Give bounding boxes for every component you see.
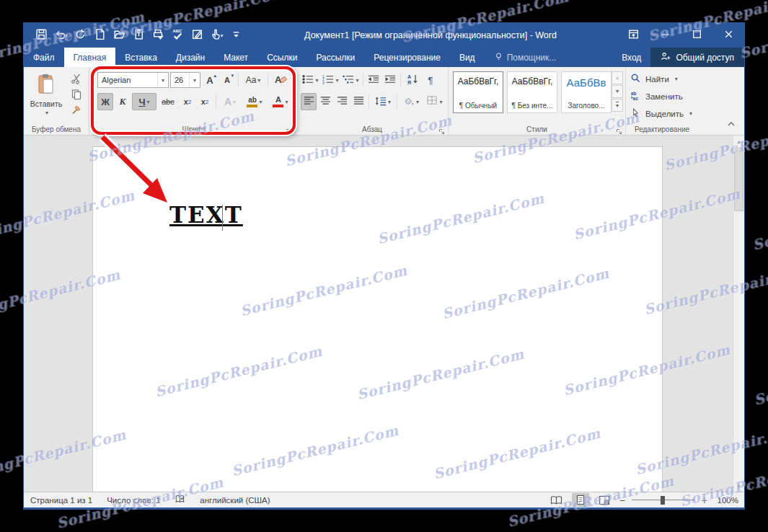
touch-mode-dropdown-icon[interactable]: ▾ [220, 32, 223, 39]
minimize-button[interactable] [649, 23, 681, 48]
shrink-font-button[interactable]: A▾ [219, 71, 235, 89]
font-color-dropdown-icon[interactable]: ▾ [285, 99, 288, 105]
font-size-combobox[interactable]: 26▾ [170, 72, 200, 88]
select-button[interactable]: Выделить ▾ [630, 107, 692, 120]
print-layout-button[interactable] [572, 493, 589, 507]
zoom-in-button[interactable]: + [702, 495, 707, 506]
paste-button[interactable]: Вставить ▾ [28, 71, 64, 118]
italic-button[interactable]: К [115, 93, 131, 110]
highlight-color-button[interactable]: ab▾ [242, 93, 267, 110]
shading-dropdown-icon[interactable]: ▾ [416, 99, 419, 105]
tab-review[interactable]: Рецензирование [364, 48, 450, 67]
align-left-button[interactable] [301, 93, 317, 110]
scrollbar-thumb[interactable] [734, 148, 743, 211]
attachment-button[interactable] [131, 27, 146, 43]
change-case-button[interactable]: Aa▾ [242, 71, 265, 89]
web-layout-button[interactable] [596, 493, 613, 507]
bold-button[interactable]: Ж [97, 93, 113, 110]
zoom-level[interactable]: 100% [714, 496, 738, 505]
scroll-down-button[interactable]: ▾ [733, 480, 744, 492]
highlight-dropdown-icon[interactable]: ▾ [259, 99, 262, 105]
increase-indent-button[interactable] [382, 71, 398, 89]
spelling-button[interactable]: ABC [170, 27, 185, 43]
grow-font-button[interactable]: A▴ [202, 71, 218, 89]
cut-button[interactable] [69, 73, 84, 87]
save-button[interactable] [34, 27, 49, 43]
text-effects-button[interactable]: A▾ [219, 93, 241, 110]
paragraph-dialog-launcher[interactable] [438, 125, 446, 133]
underline-button[interactable]: Ч▾ [132, 93, 156, 110]
line-spacing-dropdown-icon[interactable]: ▾ [388, 99, 391, 105]
proofing-status-button[interactable] [175, 494, 185, 506]
show-formatting-marks-button[interactable]: ¶ [423, 71, 438, 89]
copy-button[interactable] [69, 89, 84, 103]
sort-button[interactable]: АЯ [403, 71, 422, 89]
borders-button[interactable]: ▾ [423, 93, 446, 110]
line-spacing-button[interactable]: ▾ [371, 93, 394, 110]
multilevel-list-button[interactable]: ▾ [341, 71, 361, 89]
word-count[interactable]: Число слов: 1 [107, 496, 160, 505]
collapse-ribbon-button[interactable] [727, 118, 736, 130]
align-right-button[interactable] [334, 93, 350, 110]
document-page[interactable]: TEXT [92, 146, 663, 492]
tab-assistant[interactable]: Помощник... [485, 48, 566, 67]
font-name-combobox[interactable]: Algerian▾ [97, 72, 169, 88]
find-dropdown-icon[interactable]: ▾ [675, 76, 678, 82]
subscript-button[interactable]: x2 [180, 93, 195, 110]
strikethrough-button[interactable]: abc [158, 93, 178, 110]
font-size-dropdown-icon[interactable]: ▾ [189, 73, 200, 87]
styles-dialog-launcher[interactable] [616, 125, 623, 133]
page-count[interactable]: Страница 1 из 1 [30, 496, 92, 505]
tab-mailings[interactable]: Рассылки [306, 48, 364, 67]
format-painter-button[interactable] [69, 104, 84, 118]
tab-design[interactable]: Дизайн [167, 48, 214, 67]
numbering-dropdown-icon[interactable]: ▾ [335, 77, 338, 84]
select-dropdown-icon[interactable]: ▾ [689, 110, 692, 117]
maximize-button[interactable] [681, 23, 712, 48]
style-card-normal[interactable]: АаБбВвГг,¶ Обычный [453, 71, 503, 113]
styles-more-button[interactable]: ▾ [612, 99, 623, 112]
underline-dropdown-icon[interactable]: ▾ [147, 99, 150, 105]
tab-view[interactable]: Вид [450, 48, 485, 67]
ribbon-display-options-button[interactable] [617, 23, 649, 48]
replace-button[interactable]: abac Заменить [630, 90, 683, 102]
touch-mode-button[interactable]: ▾ [209, 27, 224, 43]
multilevel-dropdown-icon[interactable]: ▾ [356, 77, 358, 84]
font-name-dropdown-icon[interactable]: ▾ [157, 73, 168, 87]
numbering-button[interactable]: 123▾ [321, 71, 340, 89]
bullets-dropdown-icon[interactable]: ▾ [315, 77, 318, 84]
tab-home[interactable]: Главная [64, 48, 116, 67]
styles-scroll-up-button[interactable]: ▴ [612, 71, 623, 84]
share-button[interactable]: Общий доступ [650, 48, 744, 67]
styles-scroll-down-button[interactable]: ▾ [612, 85, 623, 98]
sign-in-button[interactable]: Вход [612, 48, 650, 67]
new-document-button[interactable] [92, 27, 107, 43]
read-mode-button[interactable] [548, 493, 565, 507]
zoom-out-button[interactable]: − [619, 495, 625, 506]
superscript-button[interactable]: x2 [197, 93, 213, 110]
tab-insert[interactable]: Вставка [115, 48, 167, 67]
clear-formatting-button[interactable]: A [271, 71, 290, 89]
print-check-button[interactable] [151, 27, 166, 43]
zoom-slider-thumb[interactable] [661, 496, 665, 505]
vertical-scrollbar[interactable]: ▴ ▾ [733, 136, 744, 492]
redo-button[interactable] [73, 27, 88, 43]
tab-layout[interactable]: Макет [214, 48, 257, 67]
language-status[interactable]: английский (США) [200, 496, 270, 505]
justify-button[interactable] [350, 93, 366, 110]
qat-customize-button[interactable] [229, 27, 244, 43]
style-card-heading[interactable]: АаБбВвЗаголово... [561, 71, 612, 113]
edit-document-button[interactable] [190, 27, 205, 43]
font-dialog-launcher[interactable] [286, 125, 293, 133]
close-button[interactable] [712, 23, 744, 48]
style-card-no-spacing[interactable]: АаБбВвГг,¶ Без инте... [507, 71, 557, 113]
shading-button[interactable]: ▾ [400, 93, 423, 110]
borders-dropdown-icon[interactable]: ▾ [439, 99, 442, 105]
font-color-button[interactable]: А▾ [268, 93, 293, 110]
decrease-indent-button[interactable] [366, 71, 381, 89]
tab-references[interactable]: Ссылки [257, 48, 306, 67]
align-center-button[interactable] [317, 93, 333, 110]
undo-button[interactable]: ▾ [53, 27, 69, 43]
bullets-button[interactable]: ▾ [301, 71, 320, 89]
zoom-slider[interactable] [632, 496, 695, 505]
